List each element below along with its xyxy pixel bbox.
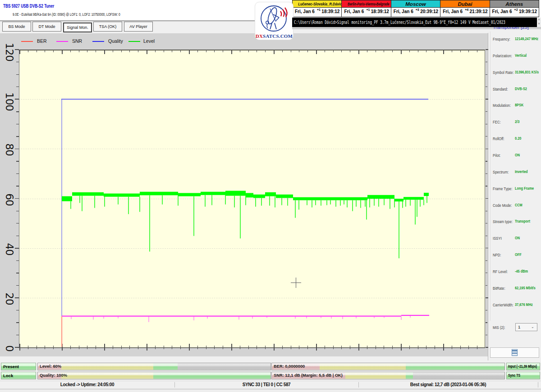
chevron-down-icon[interactable]: ⌄	[531, 323, 534, 331]
window-bottom-edge	[0, 389, 541, 392]
xtick-top	[316, 50, 317, 54]
gridline-20	[19, 298, 485, 298]
terminal-command-text: C:\Users\Roman Dávid>Signal monitoring_P…	[294, 18, 505, 27]
bar-zone	[320, 363, 406, 370]
xtick-bottom	[121, 346, 122, 349]
tab-tsa-ok-[interactable]: TSA (OK)	[93, 22, 122, 32]
xtick-bottom	[45, 346, 45, 349]
ytick-minor-right	[486, 211, 487, 211]
gridline-80	[19, 149, 485, 149]
ytick-minor-right	[486, 87, 487, 87]
ytick-minor	[16, 186, 19, 186]
tab-dt-mode[interactable]: DT Mode	[32, 22, 61, 32]
clock-city: Moscow	[391, 0, 440, 8]
xtick-top	[164, 50, 164, 52]
xtick-bottom	[452, 346, 452, 349]
ytick-minor-right	[486, 310, 487, 310]
xtick-top	[282, 50, 283, 52]
xtick-top	[223, 50, 223, 52]
ytick-minor	[16, 111, 19, 112]
pill-lock: Lock	[1, 372, 36, 379]
page-subtitle: 9.0E - Eutelsat 9B/Ka-Sat 9A (ID: 0090) …	[13, 12, 120, 17]
xtick-top	[401, 50, 402, 54]
xtick-top	[28, 50, 28, 52]
xtick-bottom	[367, 346, 367, 349]
clock-athens: Athens Fri, Jan 6+219:39:12	[490, 0, 539, 17]
xtick-top	[248, 50, 249, 52]
xtick-top	[189, 50, 190, 54]
xtick-top	[358, 50, 359, 54]
xtick-top	[409, 50, 410, 52]
logo-text: DXSATCS.COM	[255, 33, 293, 39]
transport-list-button[interactable]	[490, 347, 539, 358]
xtick-bottom	[316, 344, 317, 351]
plot-top-axis	[18, 50, 485, 50]
clock-lu-enec-slovakia-r-d-vid: Lučenec-Slovakia_R.Dávid Fri, Jan 6+118:…	[292, 0, 342, 17]
param-label-spectrum-: Spectrum:	[493, 170, 509, 174]
bar-right-1: SNR: 12,1 dB (Margin: 5,5 dB | OK)	[271, 372, 505, 379]
param-value-bitrate-: 62,195 Mbit/s	[515, 286, 536, 290]
xtick-bottom	[189, 344, 190, 351]
bar-text: Level: 60%	[40, 363, 61, 370]
clock-berlin-paris-vienna-belgrade: Berlin-Paris-Vienna-Belgrade Fri, Jan 6+…	[341, 0, 391, 17]
param-label-frame-type-: Frame Type:	[493, 187, 512, 191]
ytick-minor-right	[486, 223, 487, 223]
xtick-top	[299, 50, 299, 52]
legend-label-snr: SNR	[72, 38, 82, 44]
ytick-minor	[16, 62, 19, 62]
clock-city: Dubai	[440, 0, 489, 8]
clock-time: 20:39:12	[420, 9, 438, 14]
xtick-bottom	[325, 346, 325, 349]
xtick-bottom	[70, 346, 71, 349]
legend-label-quality: Quality	[108, 38, 123, 44]
clock-city: Athens	[490, 0, 539, 8]
param-label-standard-: Standard:	[493, 87, 508, 91]
xtick-top	[477, 50, 477, 52]
ytick-minor	[16, 285, 19, 286]
ytick-major-right	[486, 347, 488, 348]
param-label-carrierwidth-: CarrierWidth:	[493, 303, 513, 307]
param-value-code-mode-: CCM	[515, 203, 523, 207]
xtick-top	[19, 50, 20, 54]
xtick-bottom	[172, 346, 172, 349]
xtick-top	[350, 50, 350, 52]
ytick-major-right	[486, 99, 488, 100]
terminal-bar[interactable]: C:\Users\Roman Dávid>Signal monitoring_P…	[292, 18, 537, 27]
ytick-major-right	[486, 49, 488, 50]
ytick-minor-right	[486, 136, 487, 137]
gridline-100	[19, 99, 485, 100]
satellite-dish-icon	[255, 2, 293, 33]
xtick-bottom	[138, 346, 138, 349]
ytick-minor	[16, 87, 19, 87]
param-label-modulation-: Modulation:	[493, 103, 511, 108]
xtick-bottom	[113, 346, 113, 349]
ytick-minor-right	[486, 260, 487, 261]
terminal-scrollbar[interactable]: ˄˅	[537, 18, 541, 27]
ytick-minor-right	[486, 186, 487, 186]
xtick-bottom	[409, 346, 410, 349]
clock-utc-offset: +1	[317, 8, 321, 11]
xtick-bottom	[350, 346, 350, 349]
xtick-bottom	[155, 346, 156, 349]
ytick-minor	[16, 124, 19, 124]
xtick-bottom	[477, 346, 477, 349]
xtick-bottom	[180, 346, 181, 349]
bar-lock: Quality: 100%	[37, 372, 271, 379]
tab-signal-mon-[interactable]: Signal Mon.	[63, 23, 92, 32]
xtick-bottom	[79, 346, 79, 349]
param-value-rolloff-: 0.20	[515, 136, 521, 141]
xtick-bottom	[104, 344, 105, 351]
gridline-40	[19, 248, 485, 249]
status-separator	[174, 382, 175, 387]
tab-bs-mode[interactable]: BS Mode	[2, 22, 31, 32]
xtick-bottom	[376, 346, 376, 349]
param-label-symbol-rate-: Symbol Rate:	[493, 70, 513, 75]
ytick-minor-right	[486, 335, 487, 335]
clock-date: Fri, Jan 6	[344, 9, 364, 14]
param-value-fec-: 2/3	[515, 119, 519, 124]
xtick-bottom	[206, 346, 206, 349]
xtick-top	[341, 50, 342, 52]
xtick-top	[147, 50, 147, 54]
xtick-bottom	[443, 344, 444, 351]
tab-av-player[interactable]: AV Player	[124, 22, 153, 32]
